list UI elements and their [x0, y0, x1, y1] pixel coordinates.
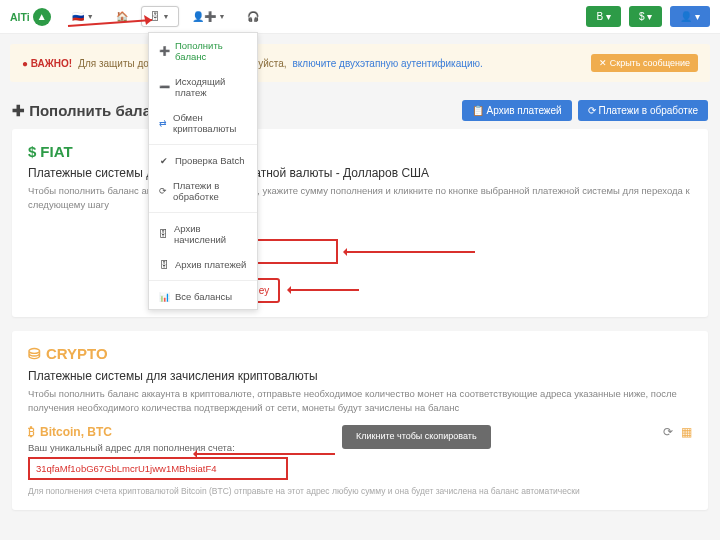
dd-topup[interactable]: ➕Пополнить баланс — [149, 33, 257, 69]
qr-icon[interactable]: ▦ — [681, 425, 692, 439]
wallet-menu-button[interactable]: 🗄 ▼ — [141, 6, 179, 27]
crypto-title: ⛁CRYPTO — [28, 345, 692, 363]
crypto-desc: Чтобы пополнить баланс аккаунта в крипто… — [28, 387, 692, 416]
btc-sub: Ваш уникальный адрес для пополнения счет… — [28, 442, 328, 453]
coins-icon: ⛁ — [28, 345, 41, 363]
crypto-subtitle: Платежные системы для зачисления криптов… — [28, 369, 692, 383]
home-icon[interactable]: 🏠 — [107, 6, 137, 27]
dd-balances[interactable]: 📊Все балансы — [149, 284, 257, 309]
crypto-card: ⛁CRYPTO Платежные системы для зачисления… — [12, 331, 708, 511]
dd-batch[interactable]: ✔Проверка Batch — [149, 148, 257, 173]
lang-flag[interactable]: 🇷🇺▼ — [63, 6, 103, 27]
annotation-arrow — [345, 251, 475, 253]
alert-link[interactable]: включите двухэтапную аутентификацию. — [293, 58, 483, 69]
alert-close-button[interactable]: ✕ Скрыть сообщение — [591, 54, 698, 72]
dd-outgoing[interactable]: ➖Исходящий платеж — [149, 69, 257, 105]
topbar: AlTi▲ 🇷🇺▼ 🏠 🗄 ▼ 👤➕ ▼ 🎧 B ▾ $ ▾ 👤 ▾ — [0, 0, 720, 34]
balance-button[interactable]: B ▾ — [586, 6, 620, 27]
annotation-arrow — [289, 289, 359, 291]
page-title: ✚ Пополнить баланс — [12, 102, 168, 120]
bitcoin-icon: ₿ — [28, 425, 35, 439]
dollar-icon: $ — [28, 143, 36, 160]
dd-exchange[interactable]: ⇄Обмен криптовалюты — [149, 105, 257, 141]
btc-address[interactable]: 31qfaMf1obG67GbLmcrU1jww1MBhsiatF4 — [28, 457, 288, 480]
dd-processing[interactable]: ⟳Платежи в обработке — [149, 173, 257, 209]
fiat-card: $FIAT Платежные системы для зачисления ф… — [12, 129, 708, 317]
logo-icon: ▲ — [33, 8, 51, 26]
btc-note: Для пополнения счета криптовалютой Bitco… — [28, 486, 692, 496]
dd-accruals[interactable]: 🗄Архив начислений — [149, 216, 257, 252]
logo[interactable]: AlTi▲ — [10, 8, 51, 26]
fiat-desc: Чтобы пополнить баланс аккаунта в доллар… — [28, 184, 692, 213]
alert-prefix: ● ВАЖНО! — [22, 58, 72, 69]
alert-bar: ● ВАЖНО! Для защиты доступа к аккаунту, … — [10, 44, 710, 82]
fiat-subtitle: Платежные системы для зачисления фиатной… — [28, 166, 692, 180]
user-menu-button[interactable]: 👤➕ ▼ — [183, 6, 235, 27]
annotation-arrow — [195, 453, 335, 455]
refresh-icon[interactable]: ⟳ — [663, 425, 673, 439]
archive-button[interactable]: 📋 Архив платежей — [462, 100, 572, 121]
wallet-dropdown: ➕Пополнить баланс ➖Исходящий платеж ⇄Обм… — [148, 32, 258, 310]
fiat-title: $FIAT — [28, 143, 692, 160]
btc-title: ₿Bitcoin, BTC — [28, 425, 328, 439]
money-button[interactable]: $ ▾ — [629, 6, 662, 27]
support-icon[interactable]: 🎧 — [238, 6, 268, 27]
page-header: ✚ Пополнить баланс 📋 Архив платежей ⟳ Пл… — [0, 92, 720, 129]
dd-payments[interactable]: 🗄Архив платежей — [149, 252, 257, 277]
account-button[interactable]: 👤 ▾ — [670, 6, 710, 27]
processing-button[interactable]: ⟳ Платежи в обработке — [578, 100, 708, 121]
copy-button[interactable]: Кликните чтобы скопировать — [342, 425, 491, 449]
